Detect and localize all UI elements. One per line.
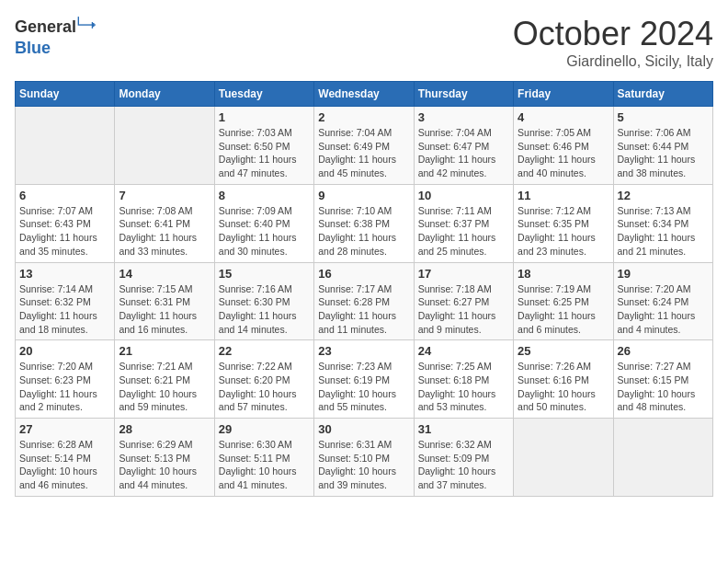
day-number: 24 <box>418 344 509 358</box>
day-number: 4 <box>518 110 609 124</box>
calendar-cell: 3Sunrise: 7:04 AM Sunset: 6:47 PM Daylig… <box>414 107 513 185</box>
calendar-cell: 17Sunrise: 7:18 AM Sunset: 6:27 PM Dayli… <box>414 262 513 340</box>
day-detail: Sunrise: 7:27 AM Sunset: 6:15 PM Dayligh… <box>618 361 696 412</box>
day-number: 31 <box>418 422 509 436</box>
day-detail: Sunrise: 7:17 AM Sunset: 6:28 PM Dayligh… <box>318 283 396 335</box>
day-number: 30 <box>318 422 409 436</box>
day-number: 3 <box>418 110 509 124</box>
calendar-week-row: 1Sunrise: 7:03 AM Sunset: 6:50 PM Daylig… <box>16 107 713 185</box>
day-detail: Sunrise: 7:20 AM Sunset: 6:23 PM Dayligh… <box>19 361 97 412</box>
weekday-header: Thursday <box>414 82 513 107</box>
calendar-cell: 27Sunrise: 6:28 AM Sunset: 5:14 PM Dayli… <box>16 419 115 497</box>
calendar-cell: 26Sunrise: 7:27 AM Sunset: 6:15 PM Dayli… <box>613 340 712 419</box>
calendar-cell: 1Sunrise: 7:03 AM Sunset: 6:50 PM Daylig… <box>214 107 313 185</box>
day-detail: Sunrise: 7:21 AM Sunset: 6:21 PM Dayligh… <box>119 361 197 412</box>
calendar-cell: 7Sunrise: 7:08 AM Sunset: 6:41 PM Daylig… <box>115 184 214 262</box>
calendar-cell: 28Sunrise: 6:29 AM Sunset: 5:13 PM Dayli… <box>115 419 214 497</box>
day-detail: Sunrise: 7:03 AM Sunset: 6:50 PM Dayligh… <box>219 127 297 178</box>
day-detail: Sunrise: 7:06 AM Sunset: 6:44 PM Dayligh… <box>618 127 696 178</box>
day-number: 14 <box>119 267 210 281</box>
calendar-cell: 14Sunrise: 7:15 AM Sunset: 6:31 PM Dayli… <box>115 262 214 340</box>
logo: General ⮡ Blue <box>15 15 97 58</box>
calendar-cell: 22Sunrise: 7:22 AM Sunset: 6:20 PM Dayli… <box>214 340 313 419</box>
day-number: 10 <box>418 189 509 202</box>
calendar-cell: 2Sunrise: 7:04 AM Sunset: 6:49 PM Daylig… <box>314 107 414 185</box>
day-number: 17 <box>418 267 509 281</box>
day-number: 11 <box>518 189 609 202</box>
calendar-week-row: 20Sunrise: 7:20 AM Sunset: 6:23 PM Dayli… <box>16 340 713 419</box>
weekday-header: Saturday <box>613 82 712 107</box>
day-detail: Sunrise: 7:11 AM Sunset: 6:37 PM Dayligh… <box>418 205 496 257</box>
calendar-week-row: 6Sunrise: 7:07 AM Sunset: 6:43 PM Daylig… <box>16 184 713 262</box>
location-subtitle: Giardinello, Sicily, Italy <box>513 53 713 70</box>
title-section: October 2024 Giardinello, Sicily, Italy <box>513 15 713 70</box>
weekday-header: Tuesday <box>214 82 313 107</box>
day-detail: Sunrise: 6:30 AM Sunset: 5:11 PM Dayligh… <box>219 439 297 490</box>
calendar-cell: 20Sunrise: 7:20 AM Sunset: 6:23 PM Dayli… <box>16 340 115 419</box>
day-number: 19 <box>618 267 709 281</box>
day-number: 22 <box>219 344 310 358</box>
calendar-cell: 30Sunrise: 6:31 AM Sunset: 5:10 PM Dayli… <box>314 419 414 497</box>
day-number: 18 <box>518 267 609 281</box>
day-number: 25 <box>518 344 609 358</box>
day-number: 28 <box>119 422 210 436</box>
day-detail: Sunrise: 6:28 AM Sunset: 5:14 PM Dayligh… <box>19 439 97 490</box>
day-detail: Sunrise: 7:10 AM Sunset: 6:38 PM Dayligh… <box>318 205 396 257</box>
calendar-cell <box>16 107 115 185</box>
calendar-cell: 4Sunrise: 7:05 AM Sunset: 6:46 PM Daylig… <box>514 107 613 185</box>
day-number: 13 <box>19 267 110 281</box>
day-number: 21 <box>119 344 210 358</box>
weekday-header: Wednesday <box>314 82 414 107</box>
day-detail: Sunrise: 7:13 AM Sunset: 6:34 PM Dayligh… <box>618 205 696 257</box>
calendar-cell: 5Sunrise: 7:06 AM Sunset: 6:44 PM Daylig… <box>613 107 712 185</box>
calendar-cell: 19Sunrise: 7:20 AM Sunset: 6:24 PM Dayli… <box>613 262 712 340</box>
day-number: 16 <box>318 267 409 281</box>
day-detail: Sunrise: 7:22 AM Sunset: 6:20 PM Dayligh… <box>219 361 297 412</box>
calendar-cell: 8Sunrise: 7:09 AM Sunset: 6:40 PM Daylig… <box>214 184 313 262</box>
calendar-cell: 25Sunrise: 7:26 AM Sunset: 6:16 PM Dayli… <box>514 340 613 419</box>
calendar-week-row: 27Sunrise: 6:28 AM Sunset: 5:14 PM Dayli… <box>16 419 713 497</box>
day-detail: Sunrise: 7:19 AM Sunset: 6:25 PM Dayligh… <box>518 283 596 335</box>
day-detail: Sunrise: 7:09 AM Sunset: 6:40 PM Dayligh… <box>219 205 297 257</box>
calendar-cell <box>514 419 613 497</box>
logo-general-text: General <box>15 17 76 37</box>
day-number: 7 <box>119 189 210 202</box>
calendar-week-row: 13Sunrise: 7:14 AM Sunset: 6:32 PM Dayli… <box>16 262 713 340</box>
page-header: General ⮡ Blue October 2024 Giardinello,… <box>15 15 713 70</box>
calendar-cell: 16Sunrise: 7:17 AM Sunset: 6:28 PM Dayli… <box>314 262 414 340</box>
calendar-cell: 18Sunrise: 7:19 AM Sunset: 6:25 PM Dayli… <box>514 262 613 340</box>
day-detail: Sunrise: 7:04 AM Sunset: 6:47 PM Dayligh… <box>418 127 496 178</box>
day-number: 27 <box>19 422 110 436</box>
day-number: 26 <box>618 344 709 358</box>
day-detail: Sunrise: 7:14 AM Sunset: 6:32 PM Dayligh… <box>19 283 97 335</box>
calendar-cell: 21Sunrise: 7:21 AM Sunset: 6:21 PM Dayli… <box>115 340 214 419</box>
day-number: 6 <box>19 189 110 202</box>
calendar-cell: 12Sunrise: 7:13 AM Sunset: 6:34 PM Dayli… <box>613 184 712 262</box>
calendar-cell: 6Sunrise: 7:07 AM Sunset: 6:43 PM Daylig… <box>16 184 115 262</box>
day-detail: Sunrise: 6:29 AM Sunset: 5:13 PM Dayligh… <box>119 439 197 490</box>
day-detail: Sunrise: 7:08 AM Sunset: 6:41 PM Dayligh… <box>119 205 197 257</box>
calendar-cell: 15Sunrise: 7:16 AM Sunset: 6:30 PM Dayli… <box>214 262 313 340</box>
month-title: October 2024 <box>513 15 713 53</box>
day-detail: Sunrise: 7:15 AM Sunset: 6:31 PM Dayligh… <box>119 283 197 335</box>
day-detail: Sunrise: 7:07 AM Sunset: 6:43 PM Dayligh… <box>19 205 97 257</box>
day-number: 5 <box>618 110 709 124</box>
day-detail: Sunrise: 7:26 AM Sunset: 6:16 PM Dayligh… <box>518 361 596 412</box>
day-number: 2 <box>318 110 409 124</box>
calendar-cell: 24Sunrise: 7:25 AM Sunset: 6:18 PM Dayli… <box>414 340 513 419</box>
logo-blue-text: Blue <box>15 39 51 58</box>
day-detail: Sunrise: 7:12 AM Sunset: 6:35 PM Dayligh… <box>518 205 596 257</box>
day-detail: Sunrise: 7:20 AM Sunset: 6:24 PM Dayligh… <box>618 283 696 335</box>
day-number: 15 <box>219 267 310 281</box>
logo-bird-icon: ⮡ <box>76 15 97 39</box>
calendar-cell: 23Sunrise: 7:23 AM Sunset: 6:19 PM Dayli… <box>314 340 414 419</box>
day-number: 9 <box>318 189 409 202</box>
calendar-table: SundayMondayTuesdayWednesdayThursdayFrid… <box>15 81 713 497</box>
day-detail: Sunrise: 7:05 AM Sunset: 6:46 PM Dayligh… <box>518 127 596 178</box>
calendar-cell <box>613 419 712 497</box>
day-detail: Sunrise: 7:25 AM Sunset: 6:18 PM Dayligh… <box>418 361 496 412</box>
day-detail: Sunrise: 7:04 AM Sunset: 6:49 PM Dayligh… <box>318 127 396 178</box>
day-detail: Sunrise: 7:16 AM Sunset: 6:30 PM Dayligh… <box>219 283 297 335</box>
calendar-cell: 11Sunrise: 7:12 AM Sunset: 6:35 PM Dayli… <box>514 184 613 262</box>
calendar-cell <box>115 107 214 185</box>
